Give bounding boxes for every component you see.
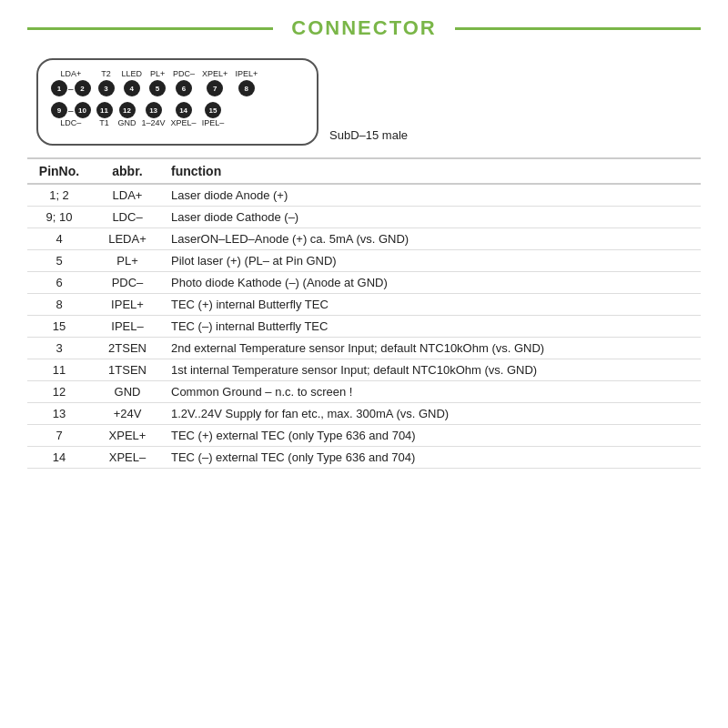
pin-group-bottom-11: 11T1	[96, 102, 113, 129]
pin-group-top-8: IPEL+8	[235, 69, 258, 96]
table-header-pinno-: PinNo.	[27, 158, 91, 184]
cell-pin: 7	[27, 425, 91, 447]
table-row: 4LEDA+LaserON–LED–Anode (+) ca. 5mA (vs.…	[27, 228, 701, 250]
table-row: 111TSEN1st internal Temperature sensor I…	[27, 359, 701, 381]
pin-group-bottom-15: 15IPEL–	[202, 102, 225, 129]
cell-abbr: XPEL+	[91, 425, 164, 447]
pin-table-area: PinNo.abbr.function 1; 2LDA+Laser diode …	[0, 157, 728, 469]
cell-abbr: IPEL–	[91, 316, 164, 338]
cell-abbr: LDA+	[91, 184, 164, 207]
pin-group-top-3: T23	[98, 69, 115, 96]
connector-diagram-area: LDA+1–2T23LLED4PL+5PDC–6XPEL+7IPEL+8 9–1…	[0, 49, 728, 150]
cell-function: TEC (+) external TEC (only Type 636 and …	[164, 425, 701, 447]
cell-function: 1.2V..24V Supply for fan etc., max. 300m…	[164, 403, 701, 425]
cell-pin: 9; 10	[27, 207, 91, 228]
cell-abbr: PDC–	[91, 272, 164, 294]
pin-table: PinNo.abbr.function 1; 2LDA+Laser diode …	[27, 157, 701, 469]
table-row: 14XPEL–TEC (–) external TEC (only Type 6…	[27, 447, 701, 469]
subd-label: SubD–15 male	[329, 128, 408, 146]
cell-function: Common Ground – n.c. to screen !	[164, 381, 701, 403]
cell-pin: 3	[27, 338, 91, 359]
table-row: 6PDC–Photo diode Kathode (–) (Anode at G…	[27, 272, 701, 294]
cell-function: 2nd external Temperature sensor Input; d…	[164, 338, 701, 359]
pin-group-top-5: PL+5	[149, 69, 166, 96]
header-line-right	[455, 27, 701, 30]
connector-box: LDA+1–2T23LLED4PL+5PDC–6XPEL+7IPEL+8 9–1…	[36, 58, 318, 146]
table-row: 9; 10LDC–Laser diode Cathode (–)	[27, 207, 701, 228]
cell-function: LaserON–LED–Anode (+) ca. 5mA (vs. GND)	[164, 228, 701, 250]
cell-pin: 11	[27, 359, 91, 381]
cell-function: TEC (–) external TEC (only Type 636 and …	[164, 447, 701, 469]
cell-abbr: GND	[91, 381, 164, 403]
cell-function: TEC (–) internal Butterfly TEC	[164, 316, 701, 338]
table-row: 13+24V1.2V..24V Supply for fan etc., max…	[27, 403, 701, 425]
table-row: 7XPEL+TEC (+) external TEC (only Type 63…	[27, 425, 701, 447]
pin-group-bottom-12: 12GND	[118, 102, 136, 129]
cell-function: Pilot laser (+) (PL– at Pin GND)	[164, 250, 701, 272]
page-title: CONNECTOR	[273, 16, 454, 40]
cell-pin: 1; 2	[27, 184, 91, 207]
table-row: 15IPEL–TEC (–) internal Butterfly TEC	[27, 316, 701, 338]
pin-group-bottom-9: 9–10LDC–	[51, 102, 91, 129]
cell-pin: 14	[27, 447, 91, 469]
pin-group-bottom-14: 14XPEL–	[171, 102, 197, 129]
cell-abbr: 2TSEN	[91, 338, 164, 359]
cell-abbr: XPEL–	[91, 447, 164, 469]
cell-abbr: IPEL+	[91, 294, 164, 316]
cell-pin: 4	[27, 228, 91, 250]
pin-group-top-4: LLED4	[122, 69, 143, 96]
pin-group-top-1: LDA+1–2	[51, 69, 91, 96]
cell-pin: 5	[27, 250, 91, 272]
cell-pin: 6	[27, 272, 91, 294]
cell-abbr: LDC–	[91, 207, 164, 228]
cell-function: Laser diode Anode (+)	[164, 184, 701, 207]
cell-pin: 15	[27, 316, 91, 338]
cell-pin: 8	[27, 294, 91, 316]
cell-function: 1st internal Temperature sensor Input; d…	[164, 359, 701, 381]
cell-abbr: 1TSEN	[91, 359, 164, 381]
cell-pin: 13	[27, 403, 91, 425]
pin-group-top-6: PDC–6	[173, 69, 195, 96]
table-row: 12GNDCommon Ground – n.c. to screen !	[27, 381, 701, 403]
cell-function: Laser diode Cathode (–)	[164, 207, 701, 228]
table-row: 5PL+Pilot laser (+) (PL– at Pin GND)	[27, 250, 701, 272]
page-header: CONNECTOR	[0, 0, 728, 49]
cell-function: TEC (+) internal Butterfly TEC	[164, 294, 701, 316]
table-row: 8IPEL+TEC (+) internal Butterfly TEC	[27, 294, 701, 316]
pin-group-top-7: XPEL+7	[202, 69, 228, 96]
table-header-function: function	[164, 158, 701, 184]
cell-pin: 12	[27, 381, 91, 403]
table-row: 1; 2LDA+Laser diode Anode (+)	[27, 184, 701, 207]
cell-abbr: +24V	[91, 403, 164, 425]
cell-function: Photo diode Kathode (–) (Anode at GND)	[164, 272, 701, 294]
cell-abbr: LEDA+	[91, 228, 164, 250]
header-line-left	[27, 27, 273, 30]
cell-abbr: PL+	[91, 250, 164, 272]
pin-group-bottom-13: 131–24V	[142, 102, 166, 129]
table-header-abbr-: abbr.	[91, 158, 164, 184]
table-row: 32TSEN2nd external Temperature sensor In…	[27, 338, 701, 359]
